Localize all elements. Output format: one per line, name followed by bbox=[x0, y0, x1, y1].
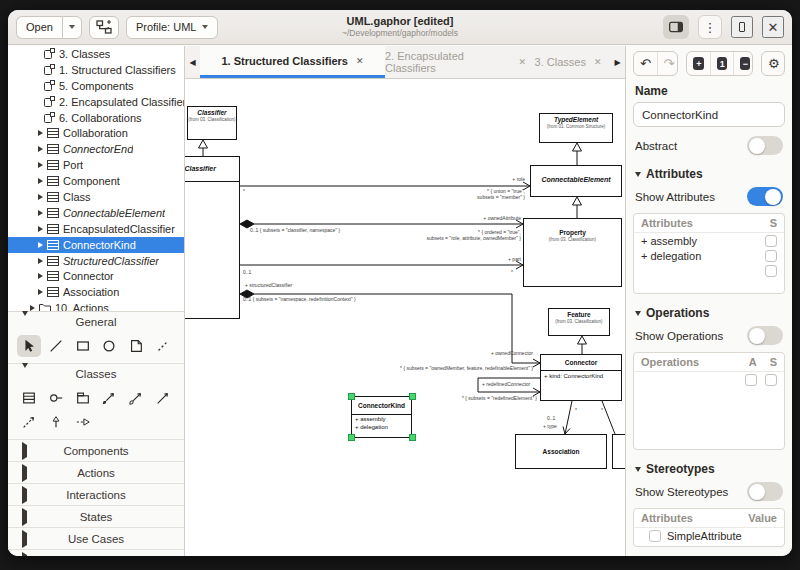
uml-class-structured-classifier[interactable]: StructuredClassifier bbox=[185, 156, 240, 319]
uml-class-connector[interactable]: Connector + kind: ConnectorKind bbox=[540, 354, 622, 401]
checkbox[interactable] bbox=[765, 235, 777, 247]
toolbox-section-header[interactable]: Use Cases bbox=[8, 528, 184, 549]
tool-ellipse[interactable] bbox=[97, 335, 121, 357]
checkbox[interactable] bbox=[765, 265, 777, 277]
maximize-button[interactable] bbox=[731, 16, 753, 38]
abstract-toggle[interactable] bbox=[747, 136, 783, 155]
stereotype-row[interactable]: SimpleAttribute bbox=[634, 528, 784, 546]
tool-package[interactable] bbox=[71, 387, 95, 409]
checkbox[interactable] bbox=[765, 250, 777, 262]
expander-icon[interactable] bbox=[35, 146, 45, 152]
toolbox-section-header[interactable]: Components bbox=[8, 440, 184, 461]
tool-line[interactable] bbox=[44, 335, 68, 357]
tree-item-diagram[interactable]: 2. Encapsulated Classifiers bbox=[8, 94, 184, 110]
uml-class-feature[interactable]: Feature (from 03. Classification) bbox=[548, 308, 610, 336]
zoom-out-button[interactable]: − bbox=[733, 52, 753, 75]
tool-comment-line[interactable] bbox=[151, 335, 175, 357]
tree-item-class[interactable]: Class bbox=[8, 189, 184, 205]
menu-button[interactable]: ⋮ bbox=[698, 15, 722, 39]
tool-interface-realization[interactable] bbox=[71, 411, 95, 433]
tool-box[interactable] bbox=[71, 335, 95, 357]
toolbox-section-header[interactable]: General bbox=[8, 312, 184, 332]
checkbox[interactable] bbox=[765, 374, 777, 386]
attribute-row[interactable]: + assembly bbox=[634, 233, 784, 248]
diagram-canvas[interactable]: Classifier (from 03. Classification) Str… bbox=[185, 79, 625, 556]
close-tab-icon[interactable]: ✕ bbox=[518, 57, 526, 67]
close-tab-icon[interactable]: ✕ bbox=[356, 56, 364, 66]
attribute-row-empty[interactable] bbox=[634, 263, 784, 278]
tool-composite-association[interactable] bbox=[97, 387, 121, 409]
show-attributes-toggle[interactable] bbox=[747, 187, 783, 206]
tree-item-class[interactable]: Component bbox=[8, 173, 184, 189]
tree-item-diagram[interactable]: 6. Collaborations bbox=[8, 110, 184, 126]
tool-class[interactable] bbox=[17, 387, 41, 409]
operation-row-empty[interactable] bbox=[634, 372, 784, 387]
toolbox-section-header[interactable]: States bbox=[8, 506, 184, 527]
tool-association[interactable] bbox=[151, 387, 175, 409]
tree-item-connectorkind-selected[interactable]: ConnectorKind bbox=[8, 237, 184, 253]
selection-handle[interactable] bbox=[409, 393, 416, 400]
toggle-properties-panel-button[interactable] bbox=[663, 15, 689, 39]
stereotypes-section-header[interactable]: Stereotypes bbox=[635, 462, 785, 476]
attribute-row[interactable]: + delegation bbox=[634, 248, 784, 263]
tool-comment[interactable] bbox=[124, 335, 148, 357]
toolbox-section-header[interactable]: Interactions bbox=[8, 484, 184, 505]
tree-item-class[interactable]: Collaboration bbox=[8, 125, 184, 141]
show-operations-toggle[interactable] bbox=[747, 326, 783, 345]
close-button[interactable]: ✕ bbox=[762, 16, 784, 38]
tab-encapsulated-classifiers[interactable]: 2. Encapsulated Classifiers✕ bbox=[385, 46, 526, 78]
tree-item-class[interactable]: Port bbox=[8, 157, 184, 173]
expander-icon[interactable] bbox=[35, 194, 45, 200]
expander-icon[interactable] bbox=[35, 130, 45, 136]
settings-button[interactable]: ⚙ bbox=[762, 52, 785, 75]
tab-scroll-right[interactable]: ▶ bbox=[610, 46, 625, 78]
expander-icon[interactable] bbox=[35, 162, 45, 168]
expander-icon[interactable] bbox=[35, 289, 45, 295]
expander-icon[interactable] bbox=[35, 226, 45, 232]
checkbox[interactable] bbox=[745, 374, 757, 386]
show-stereotypes-toggle[interactable] bbox=[747, 482, 783, 501]
toolbox-section-header[interactable]: Profiles bbox=[8, 550, 184, 556]
tab-classes[interactable]: 3. Classes✕ bbox=[526, 46, 610, 78]
attributes-section-header[interactable]: Attributes bbox=[635, 167, 785, 181]
uml-class-connectable-element[interactable]: ConnectableElement bbox=[530, 165, 622, 197]
tree-item-class[interactable]: Connector bbox=[8, 268, 184, 284]
tab-structured-classifiers[interactable]: 1. Structured Classifiers✕ bbox=[200, 46, 385, 78]
expander-icon[interactable] bbox=[35, 178, 45, 184]
new-diagram-button[interactable] bbox=[89, 16, 119, 39]
tree-item-class[interactable]: ConnectableElement bbox=[8, 205, 184, 221]
tree-item-diagram[interactable]: 5. Components bbox=[8, 78, 184, 94]
zoom-in-button[interactable]: + bbox=[687, 52, 710, 75]
tree-item-diagram[interactable]: 3. Classes bbox=[8, 46, 184, 62]
expander-icon[interactable] bbox=[35, 210, 45, 216]
undo-button[interactable]: ↶ bbox=[634, 52, 657, 75]
toolbox-section-header[interactable]: Actions bbox=[8, 462, 184, 483]
checkbox[interactable] bbox=[649, 530, 661, 542]
tool-generalization[interactable] bbox=[44, 411, 68, 433]
tree-item-class[interactable]: StructuredClassifier bbox=[8, 253, 184, 269]
selection-handle[interactable] bbox=[409, 434, 416, 441]
redo-button[interactable]: ↷ bbox=[657, 52, 678, 75]
selection-handle[interactable] bbox=[348, 393, 355, 400]
tab-scroll-left[interactable]: ◀ bbox=[185, 46, 200, 78]
uml-class-property[interactable]: Property (from 03. Classification) bbox=[523, 218, 622, 287]
tree-item-class[interactable]: ConnectorEnd bbox=[8, 141, 184, 157]
expander-icon[interactable] bbox=[35, 273, 45, 279]
zoom-100-button[interactable]: 1 bbox=[710, 52, 733, 75]
open-button[interactable]: Open bbox=[16, 16, 62, 39]
tool-dependency[interactable] bbox=[17, 411, 41, 433]
tool-interface[interactable] bbox=[44, 387, 68, 409]
uml-enumeration-connectorkind[interactable]: ConnectorKind + assembly + delegation bbox=[351, 396, 412, 438]
close-tab-icon[interactable]: ✕ bbox=[594, 57, 602, 67]
tree-item-class[interactable]: EncapsulatedClassifier bbox=[8, 221, 184, 237]
uml-class-partial[interactable] bbox=[612, 434, 625, 469]
expander-icon[interactable] bbox=[35, 242, 45, 248]
uml-class-classifier[interactable]: Classifier (from 03. Classification) bbox=[187, 106, 237, 140]
name-input[interactable] bbox=[633, 102, 785, 127]
tool-shared-association[interactable] bbox=[124, 387, 148, 409]
operations-section-header[interactable]: Operations bbox=[635, 306, 785, 320]
open-dropdown-button[interactable] bbox=[62, 16, 82, 39]
tree-item-class[interactable]: Association bbox=[8, 284, 184, 300]
uml-class-typed-element[interactable]: TypedElement (from 01. Common Structure) bbox=[539, 113, 613, 143]
tree-item-diagram[interactable]: 1. Structured Classifiers bbox=[8, 62, 184, 78]
